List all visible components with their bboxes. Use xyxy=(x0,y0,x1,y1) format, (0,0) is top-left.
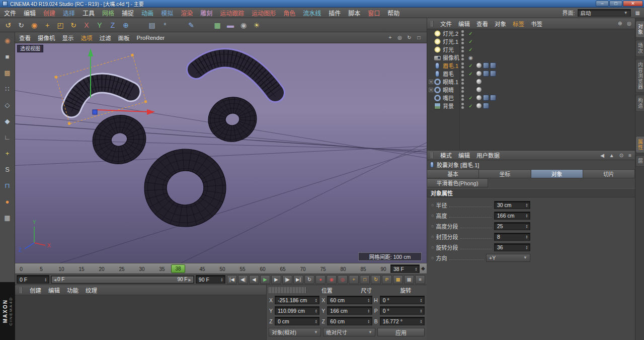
size-field[interactable]: 60 cm xyxy=(327,296,372,304)
current-frame-field[interactable]: 38 F xyxy=(390,264,420,273)
enable-axis-icon[interactable]: + xyxy=(2,148,13,159)
apply-button[interactable]: 应用 xyxy=(377,328,425,336)
size-mode-dropdown[interactable]: 绝对尺寸 ▼ xyxy=(323,328,375,336)
timeline-tick[interactable]: 30 xyxy=(137,266,147,272)
object-row[interactable]: + 眼睛.1 xyxy=(427,78,635,86)
autokey-button[interactable]: ◉ xyxy=(327,275,337,284)
menu-item[interactable]: 渲染 xyxy=(181,9,193,17)
previous-frame-button[interactable]: ◀ xyxy=(249,275,259,284)
move-tool-icon[interactable]: + xyxy=(41,19,53,31)
side-tab[interactable]: 属性 xyxy=(635,136,644,153)
history-back-icon[interactable]: ◀ xyxy=(600,153,604,158)
workplane-mode-icon[interactable]: ∟ xyxy=(2,131,13,143)
render-view-icon[interactable] xyxy=(133,19,145,31)
gizmo-x-axis[interactable] xyxy=(97,110,149,112)
position-field[interactable]: 0 cm xyxy=(275,317,319,325)
object-row[interactable]: + 眼睛 xyxy=(427,86,635,94)
menu-item[interactable]: 运动图形 xyxy=(252,9,276,17)
search-icon[interactable]: ⊙ xyxy=(619,153,623,158)
paint-tool-icon[interactable]: ● xyxy=(2,196,13,207)
rotate-view-icon[interactable]: ↻ xyxy=(406,35,413,40)
menu-item[interactable]: 创建 xyxy=(43,9,55,17)
timeline-ruler[interactable]: 0 5 10 15 20 25 30 35 40 45 50 55 60 65 … xyxy=(15,263,427,274)
lock-y-axis-icon[interactable]: Y xyxy=(94,19,106,31)
record-position-button[interactable]: + xyxy=(349,275,359,284)
stepper-icon[interactable] xyxy=(525,203,529,207)
object-name[interactable]: 灯光.1 xyxy=(443,37,458,45)
stepper-icon[interactable] xyxy=(367,298,371,302)
menu-item[interactable]: 插件 xyxy=(329,9,341,17)
edges-mode-icon[interactable]: ◇ xyxy=(2,99,13,110)
timeline-tick[interactable]: 65 xyxy=(278,266,288,272)
panel-grip[interactable] xyxy=(431,152,434,158)
object-menu-item[interactable]: 标签 xyxy=(513,20,524,28)
object-name[interactable]: 眼睛 xyxy=(443,86,454,94)
object-name[interactable]: 灯光.2 xyxy=(443,29,458,37)
quantize-icon[interactable]: ▦ xyxy=(2,212,13,223)
menu-item[interactable]: 选择 xyxy=(63,9,75,17)
timeline-tick[interactable]: 5 xyxy=(36,266,46,272)
object-row[interactable]: 眉毛.1 ✓ xyxy=(427,61,635,70)
property-field[interactable]: 8 xyxy=(494,233,530,241)
lock-x-axis-icon[interactable]: X xyxy=(80,19,93,31)
enable-snap-icon[interactable]: ⊓ xyxy=(2,180,13,191)
object-row[interactable]: 灯光 ✓ xyxy=(427,45,635,53)
stepper-icon[interactable] xyxy=(314,319,318,323)
add-search-icon[interactable]: ⊕ xyxy=(618,21,622,26)
timeline-tick[interactable]: 45 xyxy=(197,266,207,272)
camera-icon[interactable]: ◉ xyxy=(237,19,250,31)
pan-view-icon[interactable]: + xyxy=(386,35,394,40)
viewport-menu-item[interactable]: 面板 xyxy=(118,34,130,42)
timeline-tick[interactable]: 0 xyxy=(16,266,26,272)
spline-pen-icon[interactable]: ✎ xyxy=(185,19,197,31)
enable-toggle[interactable]: ✓ xyxy=(467,31,474,36)
animation-dot-icon[interactable]: ○ xyxy=(431,213,434,218)
visibility-dots[interactable] xyxy=(461,103,464,109)
make-editable-icon[interactable]: ◉ xyxy=(2,35,13,46)
object-name[interactable]: 摄像机 xyxy=(443,53,459,61)
stepper-icon[interactable] xyxy=(367,309,371,313)
timeline-tick[interactable]: 55 xyxy=(237,266,248,272)
gizmo-y-arrowhead[interactable] xyxy=(88,48,93,56)
object-tag-icon[interactable] xyxy=(483,95,489,101)
range-handle-start[interactable]: 0 F xyxy=(54,277,65,282)
light-icon[interactable]: ☀ xyxy=(251,19,263,31)
timeline-options-button[interactable]: ≡ xyxy=(415,275,425,284)
timeline-tick[interactable]: 50 xyxy=(217,266,227,272)
enable-toggle[interactable]: ✓ xyxy=(467,71,474,77)
material-menu-item[interactable]: 功能 xyxy=(67,286,78,294)
left-eye-torus[interactable] xyxy=(88,110,151,170)
object-tag-icon[interactable] xyxy=(490,95,496,101)
stepper-icon[interactable] xyxy=(419,309,423,313)
polygons-mode-icon[interactable]: ◆ xyxy=(2,115,13,126)
size-field[interactable]: 60 cm xyxy=(327,317,372,325)
object-properties-section[interactable]: 对象属性 xyxy=(427,188,635,197)
size-field[interactable]: 166 cm xyxy=(327,306,372,315)
rotate-tool-icon[interactable]: ↻ xyxy=(67,19,79,31)
visibility-dots[interactable] xyxy=(461,46,464,52)
panel-grip[interactable] xyxy=(20,287,23,293)
minimize-button[interactable]: – xyxy=(596,1,609,7)
side-tab[interactable]: 构造 xyxy=(635,95,644,112)
stepper-icon[interactable] xyxy=(44,278,48,282)
object-row[interactable]: 嘴巴 ✓ xyxy=(427,94,635,102)
play-button[interactable]: ▶ xyxy=(260,275,270,284)
object-menu-item[interactable]: 查看 xyxy=(476,20,488,28)
current-frame-marker[interactable]: 38 xyxy=(171,264,185,273)
stepper-icon[interactable] xyxy=(525,224,529,228)
left-eyebrow-selected[interactable] xyxy=(71,79,131,112)
animation-dot-icon[interactable]: ○ xyxy=(431,202,434,208)
goto-start-button[interactable]: |◀ xyxy=(227,275,237,284)
object-tag-icon[interactable] xyxy=(490,71,496,77)
viewport-menu-item[interactable]: 查看 xyxy=(19,34,31,42)
record-parameter-button[interactable]: P xyxy=(382,275,392,284)
undo-icon[interactable]: ↺ xyxy=(2,19,14,31)
keyframe-selection-button[interactable]: ◎ xyxy=(338,275,348,284)
viewport-menu-item[interactable]: 显示 xyxy=(62,34,74,42)
visibility-dots[interactable] xyxy=(461,62,464,69)
property-field[interactable]: 25 xyxy=(494,222,530,230)
goto-end-button[interactable]: ▶| xyxy=(293,275,303,284)
viewport-solo-icon[interactable]: S xyxy=(2,164,13,175)
redo-icon[interactable]: ↻ xyxy=(15,19,27,31)
key-icon[interactable]: ◆ xyxy=(421,265,425,271)
